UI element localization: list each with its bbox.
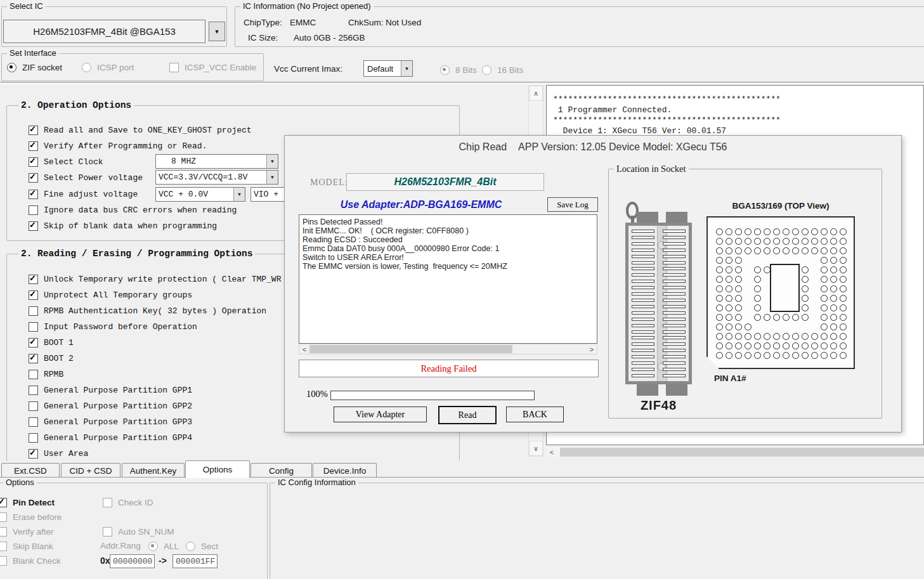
option-label: RPMB bbox=[44, 370, 63, 379]
zif-socket-graphic bbox=[625, 223, 692, 384]
back-button[interactable]: BACK bbox=[506, 407, 564, 422]
zif-label: ZIF48 bbox=[625, 398, 692, 413]
auto-sn-checkbox[interactable] bbox=[103, 527, 112, 537]
zif-slot-column-right bbox=[663, 230, 686, 377]
checkbox[interactable] bbox=[29, 306, 38, 316]
bits16-radio[interactable] bbox=[482, 65, 491, 75]
scroll-up-button[interactable]: ∧ bbox=[529, 86, 543, 101]
chip-read-dialog: Chip ReadAPP Version: 12.05 Device Model… bbox=[284, 135, 902, 433]
tab-cid-csd[interactable]: CID + CSD bbox=[61, 463, 120, 478]
checkbox[interactable] bbox=[29, 338, 38, 348]
erase-before-checkbox[interactable] bbox=[0, 512, 7, 522]
log-line: ****************************************… bbox=[553, 115, 923, 126]
log-horizontal-scrollbar[interactable]: < bbox=[546, 447, 924, 457]
model-value: H26M52103FMR_4Bit bbox=[394, 176, 497, 188]
checkbox[interactable] bbox=[29, 322, 38, 332]
vcc-adjust-combobox[interactable]: VCC + 0.0V ▼ bbox=[155, 187, 245, 202]
checkbox[interactable] bbox=[29, 126, 38, 135]
status-box: Reading Failed bbox=[299, 360, 599, 377]
addr-rang-label: Addr.Rang bbox=[100, 541, 141, 550]
tab-authent-key[interactable]: Authent.Key bbox=[122, 463, 185, 478]
zif-top-tab bbox=[637, 212, 658, 223]
blank-check-checkbox[interactable] bbox=[0, 556, 7, 566]
scroll-right-button[interactable]: > bbox=[588, 344, 595, 354]
scrollbar-thumb[interactable] bbox=[309, 345, 512, 353]
option-label: BOOT 2 bbox=[44, 354, 74, 363]
tabs-baseline bbox=[0, 477, 924, 478]
checkbox[interactable] bbox=[29, 354, 38, 363]
checkbox[interactable] bbox=[29, 401, 38, 411]
erase-before-label: Erase before bbox=[13, 512, 62, 522]
pin-a1-label: PIN A1# bbox=[714, 374, 746, 383]
checkbox[interactable] bbox=[29, 417, 38, 427]
addr-from-field[interactable]: 00000000 bbox=[110, 554, 155, 568]
view-adapter-button[interactable]: View Adapter bbox=[334, 407, 427, 422]
check-id-checkbox[interactable] bbox=[103, 498, 112, 507]
checkbox[interactable] bbox=[29, 433, 38, 443]
bga-chip-outline bbox=[706, 216, 855, 369]
tab-options[interactable]: Options bbox=[185, 460, 250, 478]
addr-sect-radio[interactable] bbox=[186, 542, 195, 551]
hex-prefix-label: 0x bbox=[100, 556, 110, 566]
tab-config[interactable]: Config bbox=[251, 463, 312, 478]
read-button[interactable]: Read bbox=[438, 406, 497, 424]
zif-socket-label: ZIF socket bbox=[22, 63, 62, 72]
dialog-log-line: Emmc Data DAT0 busy 000A__00000980 Error… bbox=[303, 244, 594, 253]
option-label: Ignore data bus CRC errors when reading bbox=[44, 205, 237, 215]
chevron-down-icon: ▼ bbox=[266, 171, 278, 184]
status-text: Reading Failed bbox=[420, 363, 476, 374]
dialog-title-main: Chip Read bbox=[459, 141, 507, 153]
icsp-vcc-checkbox[interactable] bbox=[169, 63, 179, 72]
bits16-label: 16 Bits bbox=[497, 65, 523, 75]
pin-detect-checkbox[interactable] bbox=[0, 498, 7, 507]
ic-select-combobox[interactable]: H26M52103FMR_4Bit @BGA153 bbox=[3, 20, 205, 43]
zif-socket-radio[interactable] bbox=[7, 63, 16, 72]
scroll-left-button[interactable]: < bbox=[301, 344, 308, 354]
skip-blank-checkbox[interactable] bbox=[0, 542, 7, 551]
chevron-down-icon: ▼ bbox=[266, 155, 278, 168]
checkbox[interactable] bbox=[29, 205, 38, 215]
top-divider bbox=[0, 82, 924, 84]
addr-all-radio[interactable] bbox=[148, 542, 158, 551]
ic-information-group: IC Information (No Project opened) ChipT… bbox=[235, 6, 924, 47]
save-log-button[interactable]: Save Log bbox=[547, 197, 598, 212]
icsp-port-radio[interactable] bbox=[82, 63, 91, 72]
option-label: Fine adjust voltage bbox=[44, 190, 138, 199]
vcc-imax-value: Default bbox=[364, 64, 401, 74]
checkbox[interactable] bbox=[29, 173, 38, 183]
checkbox[interactable] bbox=[29, 275, 38, 284]
checkbox[interactable] bbox=[29, 190, 38, 199]
addr-to-field[interactable]: 000001FF bbox=[172, 554, 218, 568]
dialog-log-hscrollbar[interactable]: < > bbox=[299, 344, 597, 355]
ic-config-group: IC Config Information bbox=[270, 483, 924, 579]
dialog-log-line: Pins Detected Passed! bbox=[303, 218, 594, 226]
vcc-imax-combobox[interactable]: Default ▼ bbox=[363, 60, 413, 77]
dialog-log[interactable]: Pins Detected Passed! Init EMMC... OK! (… bbox=[299, 214, 597, 344]
icsp-port-label: ICSP port bbox=[97, 63, 134, 72]
checkbox[interactable] bbox=[29, 141, 38, 151]
log-line: ****************************************… bbox=[553, 94, 923, 105]
checkbox[interactable] bbox=[29, 370, 38, 379]
checkbox[interactable] bbox=[29, 157, 38, 167]
checkbox[interactable] bbox=[29, 290, 38, 300]
scroll-left-button[interactable]: < bbox=[546, 447, 557, 457]
checkbox[interactable] bbox=[29, 449, 38, 459]
tab-device-info[interactable]: Device.Info bbox=[313, 463, 377, 478]
tab-ext-csd[interactable]: Ext.CSD bbox=[1, 463, 60, 478]
ic-select-dropdown-button[interactable]: ▼ bbox=[209, 22, 225, 41]
checkbox[interactable] bbox=[29, 386, 38, 395]
clock-combobox[interactable]: 8 MHZ ▼ bbox=[155, 154, 278, 169]
scroll-down-button[interactable]: ∨ bbox=[529, 441, 543, 456]
chevron-down-icon: ▼ bbox=[401, 61, 412, 76]
power-voltage-combobox[interactable]: VCC=3.3V/VCCQ=1.8V ▼ bbox=[155, 170, 278, 185]
option-label: General Purpose Partition GPP3 bbox=[44, 417, 192, 427]
scrollbar-thumb[interactable] bbox=[560, 448, 924, 457]
checkbox[interactable] bbox=[29, 221, 38, 231]
bits8-radio[interactable] bbox=[440, 65, 450, 75]
addr-sect-label: Sect bbox=[201, 542, 218, 551]
verify-after-checkbox[interactable] bbox=[0, 527, 7, 537]
bits8-label: 8 Bits bbox=[455, 65, 477, 75]
log-line: 1 Programmer Connected. bbox=[553, 105, 923, 116]
zif-top-tab bbox=[666, 212, 687, 223]
pin-detect-label: Pin Detect bbox=[13, 498, 55, 507]
